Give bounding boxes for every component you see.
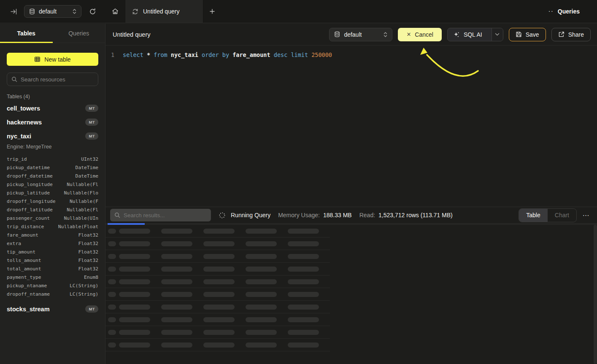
resource-search[interactable]: [7, 73, 98, 86]
skeleton-row: [105, 237, 330, 250]
sql-ai-button[interactable]: SQL AI: [448, 28, 488, 41]
sql-token-plain: [270, 51, 274, 58]
cancel-button[interactable]: ✕ Cancel: [398, 28, 442, 41]
skeleton-row: [105, 339, 330, 351]
column-row: pickup_ntanameLC(String): [7, 281, 98, 290]
skeleton-cell: [108, 330, 116, 335]
skeleton-row: [105, 326, 330, 339]
skeleton-cell: [119, 279, 150, 284]
view-toggle-table[interactable]: Table: [519, 209, 547, 222]
skeleton-row: [105, 250, 330, 263]
sidebar-collapse-button[interactable]: [8, 6, 19, 16]
sidebar: Tables Queries New table Tables (4) cell…: [0, 24, 105, 364]
sql-token-keyword: select: [123, 51, 143, 58]
column-row: trip_idUInt32: [7, 155, 98, 163]
column-row: dropoff_datetimeDateTime: [7, 172, 98, 180]
skeleton-cell: [119, 317, 150, 322]
sql-ai-dropdown-button[interactable]: [492, 28, 503, 41]
column-name: trip_id: [7, 156, 27, 162]
sidebar-tab-queries[interactable]: Queries: [53, 24, 105, 43]
results-search[interactable]: [110, 209, 211, 221]
results-scrollbar[interactable]: [594, 225, 597, 364]
column-type: DateTime: [76, 173, 98, 179]
sql-token-identifier: *: [147, 51, 150, 58]
column-type: Nullable(Float: [58, 224, 98, 229]
refresh-button[interactable]: [86, 5, 98, 17]
view-toggle-chart[interactable]: Chart: [548, 209, 576, 222]
skeleton-cell: [288, 305, 319, 310]
skeleton-cell: [246, 305, 277, 310]
skeleton-cell: [161, 267, 192, 272]
column-name: dropoff_latitude: [7, 207, 53, 213]
resource-search-input[interactable]: [21, 76, 95, 83]
column-name: tolls_amount: [7, 258, 41, 263]
tab-untitled-query[interactable]: Untitled query: [125, 0, 203, 23]
query-database-value: default: [344, 31, 379, 38]
table-row[interactable]: cell_towersMT: [7, 101, 98, 115]
new-table-label: New table: [44, 56, 70, 63]
sql-token-keyword: order by: [202, 51, 229, 58]
column-row: total_amountFloat32: [7, 264, 98, 273]
topbar-database-select[interactable]: default: [24, 5, 81, 18]
refresh-icon: [89, 8, 96, 15]
sql-token-identifier: nyc_taxi: [171, 51, 198, 58]
skeleton-cell: [288, 342, 319, 348]
chevron-updown-icon: [383, 32, 388, 38]
panel-collapse-icon: [10, 8, 17, 15]
skeleton-cell: [288, 267, 319, 272]
skeleton-cell: [288, 330, 319, 335]
sql-token-number: 250000: [311, 51, 332, 58]
save-button[interactable]: Save: [509, 28, 546, 41]
table-name: nyc_taxi: [7, 133, 31, 140]
skeleton-cell: [161, 241, 192, 246]
results-search-input[interactable]: [124, 212, 207, 218]
search-icon: [11, 76, 17, 82]
column-name: pickup_ntaname: [7, 283, 47, 289]
skeleton-cell: [203, 267, 235, 272]
skeleton-row: [105, 275, 330, 288]
new-table-button[interactable]: New table: [7, 53, 98, 66]
sync-icon: [132, 8, 138, 15]
sidebar-tab-tables[interactable]: Tables: [0, 24, 53, 43]
skeleton-cell: [108, 317, 116, 322]
sql-token-plain: [198, 51, 202, 58]
sparkle-icon: [453, 31, 460, 38]
table-row[interactable]: stocks_streamMT: [7, 302, 98, 316]
column-row: passenger_countNullable(UIn: [7, 214, 98, 222]
sql-token-plain: [308, 51, 311, 58]
query-database-select[interactable]: default: [329, 28, 392, 41]
share-icon: [558, 31, 565, 38]
queries-shortcut[interactable]: ·· Queries: [548, 0, 597, 23]
more-options-button[interactable]: ⋯: [581, 211, 591, 219]
skeleton-cell: [119, 292, 150, 297]
column-type: LC(String): [70, 283, 98, 289]
engine-label: Engine: MergeTree: [7, 144, 98, 152]
skeleton-row: [105, 288, 330, 301]
skeleton-cell: [246, 241, 277, 246]
skeleton-cell: [108, 292, 116, 297]
skeleton-row: [105, 225, 330, 237]
sql-token-plain: [150, 51, 154, 58]
skeleton-cell: [246, 254, 277, 259]
sql-code: select * from nyc_taxi order by fare_amo…: [123, 51, 332, 59]
table-row[interactable]: nyc_taxiMT: [7, 129, 98, 143]
read-label: Read:: [359, 212, 375, 218]
view-toggle: TableChart: [519, 208, 577, 222]
plus-icon: [209, 8, 215, 14]
skeleton-cell: [246, 292, 277, 297]
column-type: Nullable(F: [70, 199, 98, 204]
skeleton-cell: [246, 267, 277, 272]
skeleton-cell: [108, 305, 116, 310]
home-button[interactable]: [105, 0, 125, 23]
skeleton-cell: [108, 254, 116, 259]
new-tab-button[interactable]: [203, 0, 221, 23]
table-row[interactable]: hackernewsMT: [7, 115, 98, 129]
sql-editor[interactable]: 1 select * from nyc_taxi order by fare_a…: [105, 46, 597, 207]
table-grid-icon: [34, 56, 41, 62]
skeleton-cell: [203, 317, 235, 322]
skeleton-cell: [108, 241, 116, 246]
share-button[interactable]: Share: [551, 28, 591, 41]
spinner-icon: [219, 212, 226, 219]
sql-token-plain: [229, 51, 232, 58]
column-type: UInt32: [81, 156, 98, 162]
